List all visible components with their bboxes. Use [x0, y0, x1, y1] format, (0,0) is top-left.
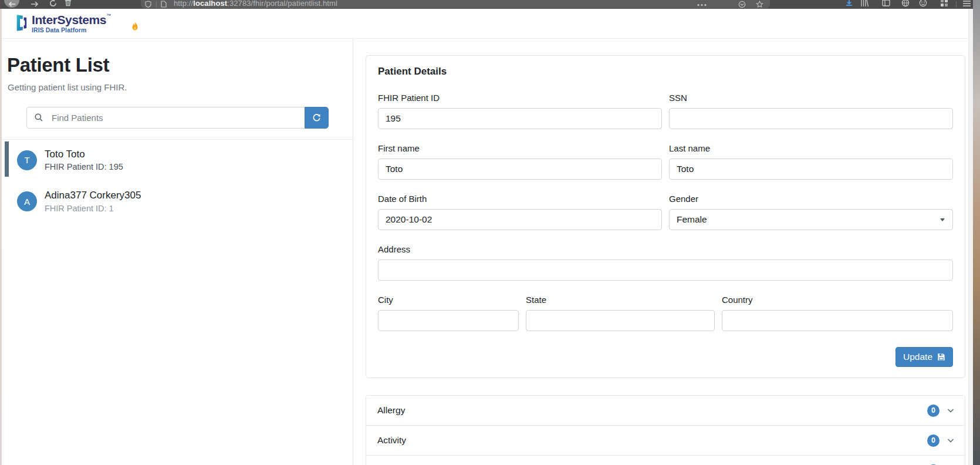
patient-list-item[interactable]: T Toto Toto FHIR Patient ID: 195: [0, 140, 353, 181]
gender-value: Female: [677, 214, 707, 225]
patient-search-group: [26, 107, 329, 129]
accordion-row-observation[interactable]: Observation 0: [366, 455, 965, 465]
back-arrow-icon: [8, 1, 16, 8]
state-label: State: [526, 295, 715, 305]
accordion-row-activity[interactable]: Activity 0: [366, 425, 965, 455]
bookmark-star-icon[interactable]: [756, 1, 763, 8]
downloads-icon[interactable]: [845, 0, 853, 7]
accordion-label: Allergy: [377, 405, 927, 416]
last-name-input[interactable]: [669, 159, 953, 180]
sidebar-toggle-icon[interactable]: [882, 0, 890, 7]
app-header: InterSystems™ IRIS Data Platform: [0, 9, 973, 39]
city-input[interactable]: [378, 310, 519, 331]
patient-meta: FHIR Patient ID: 1: [45, 204, 141, 213]
extensions-grid-icon[interactable]: [940, 0, 948, 7]
forward-arrow-icon: [31, 2, 38, 6]
browser-back-button[interactable]: [4, 0, 19, 8]
address-label: Address: [378, 244, 953, 254]
brand-name: InterSystems: [32, 13, 106, 26]
details-title: Patient Details: [378, 66, 953, 78]
update-button-label: Update: [903, 352, 932, 362]
desktop-edge-left: [0, 0, 2, 465]
state-input[interactable]: [526, 310, 715, 331]
fhir-id-input[interactable]: [378, 108, 662, 129]
dob-label: Date of Birth: [378, 194, 662, 204]
save-floppy-icon: [937, 353, 945, 361]
patient-name: Toto Toto: [45, 149, 123, 160]
pocket-icon[interactable]: [738, 1, 746, 8]
count-badge: 0: [927, 434, 940, 447]
extension-smiley-icon[interactable]: [919, 0, 927, 7]
search-icon: [34, 113, 43, 122]
reload-icon: [50, 1, 56, 6]
last-name-label: Last name: [669, 143, 953, 153]
first-name-label: First name: [378, 143, 662, 153]
chevron-down-icon: [946, 406, 955, 415]
patient-list-item[interactable]: A Adina377 Corkery305 FHIR Patient ID: 1: [0, 181, 353, 222]
web-page: InterSystems™ IRIS Data Platform Patient…: [0, 9, 973, 465]
select-caret-icon: [940, 218, 945, 221]
chevron-down-icon: [946, 436, 955, 445]
refresh-sync-icon: [312, 113, 321, 122]
ssn-input[interactable]: [669, 108, 953, 129]
first-name-input[interactable]: [378, 159, 662, 180]
update-button[interactable]: Update: [895, 347, 953, 367]
shield-permissions-icon: [145, 1, 151, 8]
flame-icon: [131, 22, 138, 31]
url-text: http://localhost:32783/fhir/portal/patie…: [174, 0, 337, 8]
patient-details-panel: Patient Details FHIR Patient ID SSN Firs…: [353, 39, 973, 465]
extension-globe-icon[interactable]: [901, 0, 910, 7]
screenshot-root: http://localhost:32783/fhir/portal/patie…: [0, 0, 980, 465]
browser-forward-button[interactable]: [31, 0, 39, 9]
toolbar-separator: [956, 1, 957, 8]
brand-subtitle: IRIS Data Platform: [32, 27, 111, 33]
patient-avatar: T: [17, 150, 37, 170]
page-subtitle: Getting patient list using FHIR.: [8, 82, 353, 92]
patient-details-card: Patient Details FHIR Patient ID SSN Firs…: [366, 55, 965, 378]
country-label: Country: [722, 295, 953, 305]
patient-name: Adina377 Corkery305: [45, 190, 141, 201]
trash-icon: [65, 0, 72, 6]
refresh-patients-button[interactable]: [305, 107, 329, 129]
ssn-label: SSN: [669, 93, 953, 103]
accordion-label: Activity: [377, 435, 927, 446]
intersystems-logo: InterSystems™ IRIS Data Platform: [15, 14, 138, 33]
page-actions-dots-icon[interactable]: [697, 4, 707, 6]
address-input[interactable]: [378, 260, 953, 281]
browser-reload-button[interactable]: [49, 0, 57, 9]
dob-input[interactable]: [378, 209, 662, 230]
intersystems-bracket-icon: [15, 14, 28, 32]
search-input[interactable]: [26, 107, 305, 129]
patient-avatar: A: [17, 191, 37, 211]
page-title: Patient List: [7, 54, 353, 76]
library-icon[interactable]: [860, 0, 869, 7]
browser-trash-button[interactable]: [65, 0, 72, 9]
urlbar-separator: [156, 1, 157, 8]
browser-toolbar: http://localhost:32783/fhir/portal/patie…: [0, 0, 973, 9]
patient-meta: FHIR Patient ID: 195: [45, 162, 123, 171]
page-scrollbar[interactable]: [968, 9, 973, 465]
brand-trademark: ™: [106, 13, 111, 18]
menu-hamburger-icon[interactable]: [962, 0, 971, 7]
count-badge: 0: [927, 405, 940, 417]
gender-label: Gender: [669, 194, 953, 204]
patient-list-panel: Patient List Getting patient list using …: [0, 39, 353, 465]
resource-accordion: Allergy 0 Activity 0 Observation 0: [366, 395, 965, 465]
city-label: City: [378, 295, 519, 305]
page-info-icon: [161, 1, 167, 8]
fhir-id-label: FHIR Patient ID: [378, 93, 662, 103]
gender-select[interactable]: Female: [669, 209, 953, 230]
accordion-row-allergy[interactable]: Allergy 0: [366, 396, 965, 425]
country-input[interactable]: [722, 310, 953, 331]
address-bar[interactable]: http://localhost:32783/fhir/portal/patie…: [141, 0, 770, 8]
patient-list: T Toto Toto FHIR Patient ID: 195 A Adina…: [0, 139, 353, 223]
desktop-edge-right: [973, 0, 980, 465]
